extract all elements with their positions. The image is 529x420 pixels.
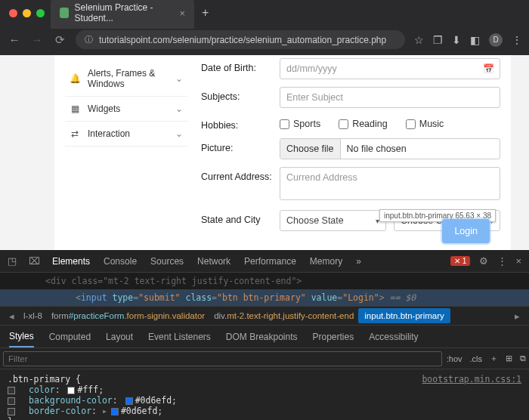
sidebar-item-widgets[interactable]: ▦Widgets ⌄	[65, 97, 187, 122]
hov-toggle[interactable]: :hov	[447, 354, 462, 363]
hobbies-label: Hobbies:	[201, 116, 280, 131]
devtools-tab-network[interactable]: Network	[197, 256, 230, 267]
picture-label: Picture:	[201, 138, 280, 153]
forward-button[interactable]: →	[30, 33, 44, 46]
site-info-icon[interactable]: ⓘ	[85, 34, 93, 45]
crumb-right-icon[interactable]: ▸	[510, 310, 524, 322]
crumb-0[interactable]: l-xl-8	[19, 311, 47, 320]
styles-filter-input[interactable]	[3, 351, 442, 366]
sidebar-item-interaction[interactable]: ⇄Interaction ⌄	[65, 122, 187, 147]
picture-file-input[interactable]: Choose file No file chosen	[280, 138, 500, 159]
file-status-text: No file chosen	[341, 139, 413, 159]
calendar-icon[interactable]: 📅	[483, 63, 494, 74]
new-rule-icon[interactable]: ＋	[490, 353, 498, 364]
more-tabs-icon[interactable]: »	[356, 256, 361, 267]
favicon-icon	[60, 8, 69, 18]
chevron-down-icon: ⌄	[175, 73, 183, 84]
css-prop-color[interactable]: color: #fff;	[8, 384, 521, 395]
device-toggle-icon[interactable]: ⌧	[29, 255, 40, 267]
flex-icon[interactable]: ⊞	[506, 354, 512, 363]
devtools-panel: ◳ ⌧ Elements Console Sources Network Per…	[0, 250, 529, 420]
error-badge[interactable]: ✕ 1	[450, 256, 470, 266]
page-viewport: 🔔Alerts, Frames & Windows ⌄ ▦Widgets ⌄ ⇄…	[0, 55, 529, 250]
browser-chrome: Selenium Practice - Student... × + ← → ⟳…	[0, 0, 529, 55]
styles-tab-layout[interactable]: Layout	[106, 332, 133, 342]
hobby-music[interactable]: Music	[406, 119, 444, 129]
practice-form: Date of Birth: 📅 Subjects: Hobbies: Spor…	[201, 55, 500, 239]
close-window-icon[interactable]	[9, 9, 17, 17]
css-prop-border[interactable]: border-color: ▸#0d6efd;	[8, 406, 521, 416]
browser-tab[interactable]: Selenium Practice - Student... ×	[51, 0, 194, 29]
inspect-icon[interactable]: ◳	[8, 255, 17, 267]
profile-avatar[interactable]: D	[489, 33, 503, 47]
maximize-window-icon[interactable]	[36, 9, 45, 17]
crumb-input[interactable]: input.btn.btn-primary	[358, 308, 450, 323]
styles-tab-dombp[interactable]: DOM Breakpoints	[226, 332, 298, 342]
cls-toggle[interactable]: .cls	[470, 354, 483, 363]
sidebar: 🔔Alerts, Frames & Windows ⌄ ▦Widgets ⌄ ⇄…	[65, 55, 187, 239]
browser-menu-icon[interactable]: ⋮	[512, 34, 521, 46]
devtools-tab-console[interactable]: Console	[104, 256, 137, 267]
css-prop-bg[interactable]: background-color: #0d6efd;	[8, 395, 521, 406]
chevron-down-icon: ⌄	[175, 128, 183, 139]
devtools-tab-performance[interactable]: Performance	[244, 256, 296, 267]
styles-tab-computed[interactable]: Computed	[49, 332, 91, 342]
styles-tab-listeners[interactable]: Event Listeners	[148, 332, 211, 342]
login-button[interactable]: Login	[442, 219, 490, 243]
elements-line-selected[interactable]: <input type="submit" class="btn btn-prim…	[0, 289, 529, 306]
extensions-icon[interactable]: ❐	[433, 34, 443, 46]
tab-title: Selenium Practice - Student...	[75, 2, 174, 23]
grid-icon: ▦	[70, 103, 80, 114]
styles-tab-styles[interactable]: Styles	[9, 331, 34, 347]
devtools-tab-memory[interactable]: Memory	[310, 256, 342, 267]
css-source-link[interactable]: bootstrap.min.css:1	[422, 374, 521, 384]
minimize-window-icon[interactable]	[23, 9, 31, 17]
elements-line-parent[interactable]: <div class="mt-2 text-right justify-cont…	[0, 273, 529, 289]
bookmark-icon[interactable]: ☆	[414, 34, 424, 46]
close-devtools-icon[interactable]: ×	[515, 255, 521, 267]
swap-icon: ⇄	[70, 128, 80, 139]
window-controls[interactable]	[6, 9, 51, 17]
crumb-left-icon[interactable]: ◂	[5, 310, 19, 322]
crumb-div[interactable]: div.mt-2.text-right.justify-content-end	[209, 311, 358, 320]
dob-label: Date of Birth:	[201, 58, 280, 73]
hobby-sports[interactable]: Sports	[280, 119, 320, 129]
bell-icon: 🔔	[70, 73, 80, 84]
devtools-tab-sources[interactable]: Sources	[150, 256, 184, 267]
breadcrumb-trail: ◂ l-xl-8 form#practiceForm.form-signin.v…	[0, 306, 529, 326]
crumb-form[interactable]: form#practiceForm.form-signin.validator	[47, 311, 209, 320]
download-icon[interactable]: ⬇	[452, 34, 461, 46]
subjects-input[interactable]	[280, 87, 500, 108]
close-tab-icon[interactable]: ×	[179, 8, 185, 19]
reload-button[interactable]: ⟳	[53, 33, 67, 47]
url-text: tutorialspoint.com/selenium/practice/sel…	[99, 35, 386, 45]
devtools-menu-icon[interactable]: ⋮	[497, 255, 506, 267]
state-select[interactable]: Choose State▾	[280, 210, 386, 231]
dob-input[interactable]	[280, 58, 500, 79]
hobby-reading[interactable]: Reading	[339, 119, 388, 129]
statecity-label: State and City	[201, 210, 280, 225]
devtools-tab-elements[interactable]: Elements	[52, 256, 90, 267]
styles-tab-a11y[interactable]: Accessibility	[369, 332, 418, 342]
sidebar-item-alerts[interactable]: 🔔Alerts, Frames & Windows ⌄	[65, 61, 187, 97]
devtools-tabs: Elements Console Sources Network Perform…	[52, 256, 361, 267]
panel-icon[interactable]: ◧	[470, 34, 480, 46]
styles-tab-props[interactable]: Properties	[313, 332, 354, 342]
styles-tabs: Styles Computed Layout Event Listeners D…	[0, 326, 529, 348]
chevron-down-icon: ⌄	[175, 103, 183, 114]
subjects-label: Subjects:	[201, 87, 280, 102]
css-close-brace: }	[8, 416, 521, 420]
settings-icon[interactable]: ⚙	[479, 255, 488, 267]
back-button[interactable]: ←	[8, 33, 21, 46]
new-tab-button[interactable]: +	[194, 6, 216, 20]
address-label: Current Address:	[201, 167, 280, 182]
css-rule-pane: bootstrap.min.css:1 .btn-primary { color…	[0, 369, 529, 420]
choose-file-button[interactable]: Choose file	[280, 139, 341, 159]
computed-icon[interactable]: ⧉	[520, 354, 526, 363]
address-bar[interactable]: ⓘ tutorialspoint.com/selenium/practice/s…	[76, 30, 405, 49]
address-textarea[interactable]	[280, 167, 500, 200]
